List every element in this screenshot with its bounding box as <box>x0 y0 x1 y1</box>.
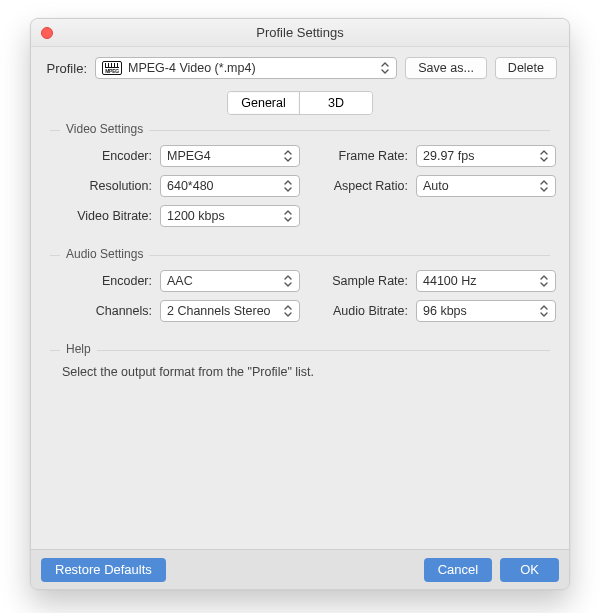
titlebar: Profile Settings <box>31 19 569 47</box>
channels-select[interactable]: 2 Channels Stereo <box>160 300 300 322</box>
video-bitrate-label: Video Bitrate: <box>56 209 152 223</box>
video-encoder-label: Encoder: <box>56 149 152 163</box>
framerate-select[interactable]: 29.97 fps <box>416 145 556 167</box>
profile-label: Profile: <box>43 61 87 76</box>
chevron-updown-icon <box>283 150 293 165</box>
video-bitrate-select[interactable]: 1200 kbps <box>160 205 300 227</box>
help-group: Help Select the output format from the "… <box>49 349 551 380</box>
video-settings-title: Video Settings <box>60 122 149 136</box>
resolution-select[interactable]: 640*480 <box>160 175 300 197</box>
ok-button[interactable]: OK <box>500 558 559 582</box>
tabs: General 3D <box>43 91 557 115</box>
samplerate-label: Sample Rate: <box>308 274 408 288</box>
footer: Restore Defaults Cancel OK <box>31 549 569 589</box>
save-as-button[interactable]: Save as... <box>405 57 487 79</box>
video-settings-group: Video Settings Encoder: MPEG4 Frame Rate… <box>49 129 551 228</box>
mp4-icon: MPEG <box>102 61 122 75</box>
cancel-button[interactable]: Cancel <box>424 558 492 582</box>
profile-row: Profile: MPEG MPEG-4 Video (*.mp4) Save … <box>43 57 557 79</box>
tab-3d[interactable]: 3D <box>300 92 372 114</box>
channels-label: Channels: <box>56 304 152 318</box>
tab-general[interactable]: General <box>228 92 300 114</box>
profile-settings-window: Profile Settings Profile: MPEG MPEG-4 Vi… <box>30 18 570 590</box>
help-text: Select the output format from the "Profi… <box>50 351 550 379</box>
aspect-ratio-label: Aspect Ratio: <box>308 179 408 193</box>
chevron-updown-icon <box>283 275 293 290</box>
audio-encoder-label: Encoder: <box>56 274 152 288</box>
chevron-updown-icon <box>539 180 549 195</box>
aspect-ratio-select[interactable]: Auto <box>416 175 556 197</box>
content-area: Profile: MPEG MPEG-4 Video (*.mp4) Save … <box>31 47 569 380</box>
audio-settings-title: Audio Settings <box>60 247 149 261</box>
restore-defaults-button[interactable]: Restore Defaults <box>41 558 166 582</box>
resolution-label: Resolution: <box>56 179 152 193</box>
chevron-updown-icon <box>283 210 293 225</box>
audio-bitrate-select[interactable]: 96 kbps <box>416 300 556 322</box>
delete-button[interactable]: Delete <box>495 57 557 79</box>
chevron-updown-icon <box>283 180 293 195</box>
audio-encoder-select[interactable]: AAC <box>160 270 300 292</box>
profile-select-value: MPEG-4 Video (*.mp4) <box>128 61 256 75</box>
help-title: Help <box>60 342 97 356</box>
chevron-updown-icon <box>539 305 549 320</box>
chevron-updown-icon <box>380 62 390 77</box>
profile-select[interactable]: MPEG MPEG-4 Video (*.mp4) <box>95 57 397 79</box>
samplerate-select[interactable]: 44100 Hz <box>416 270 556 292</box>
chevron-updown-icon <box>539 150 549 165</box>
chevron-updown-icon <box>539 275 549 290</box>
audio-bitrate-label: Audio Bitrate: <box>308 304 408 318</box>
audio-settings-group: Audio Settings Encoder: AAC Sample Rate:… <box>49 254 551 323</box>
framerate-label: Frame Rate: <box>308 149 408 163</box>
window-title: Profile Settings <box>256 25 343 40</box>
chevron-updown-icon <box>283 305 293 320</box>
close-icon[interactable] <box>41 27 53 39</box>
video-encoder-select[interactable]: MPEG4 <box>160 145 300 167</box>
